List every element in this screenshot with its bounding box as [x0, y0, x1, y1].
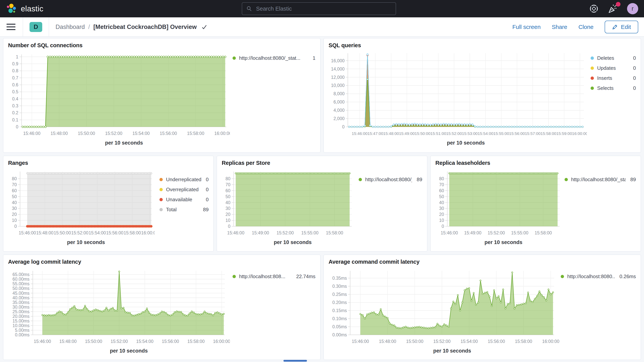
edit-button-label: Edit	[621, 24, 631, 30]
svg-text:15:52:00: 15:52:00	[71, 230, 88, 235]
svg-text:15:58:00: 15:58:00	[124, 230, 141, 235]
title-check-button[interactable]	[201, 24, 208, 30]
series-dot-icon	[590, 76, 594, 80]
svg-text:15:48:00: 15:48:00	[383, 131, 399, 136]
svg-text:16:00:00: 16:00:00	[141, 230, 155, 235]
svg-text:12,000: 12,000	[331, 75, 344, 80]
legend-item[interactable]: http://localhost:8080/_sta...89	[359, 176, 422, 182]
legend-label: http://localhost:8080...	[567, 274, 615, 280]
share-button[interactable]: Share	[552, 24, 567, 30]
svg-text:15:58:00: 15:58:00	[188, 339, 205, 344]
series-dot-icon	[160, 188, 163, 191]
legend-label: http://localhost:8080/_sta...	[571, 176, 626, 182]
svg-text:0: 0	[442, 224, 444, 229]
svg-text:10.00ms: 10.00ms	[12, 323, 30, 328]
panel-title: Average log commit latency	[8, 259, 316, 265]
legend-item[interactable]: http://localhost:808...22.74ms	[232, 274, 316, 280]
svg-text:15:50:00: 15:50:00	[54, 230, 71, 235]
series-dot-icon	[160, 198, 163, 201]
svg-text:15:53:00: 15:53:00	[462, 131, 478, 136]
pencil-icon	[612, 24, 618, 30]
svg-text:per 10 seconds: per 10 seconds	[67, 240, 105, 245]
legend-item[interactable]: Overreplicated0	[160, 186, 209, 192]
series-dot-icon	[160, 178, 163, 181]
svg-text:50.00ms: 50.00ms	[12, 286, 30, 291]
breadcrumb-dashboard-link[interactable]: Dashboard	[56, 24, 85, 30]
svg-text:0: 0	[228, 224, 230, 229]
edit-button[interactable]: Edit	[605, 21, 638, 33]
horizontal-scrollbar-thumb[interactable]	[284, 360, 307, 362]
panel-sql-queries: SQL queries 02,0004,0006,0008,00010,0001…	[324, 38, 641, 153]
breadcrumb: Dashboard / [Metricbeat CockroachDB] Ove…	[56, 24, 208, 30]
legend-value: 89	[198, 207, 209, 212]
badge-letter: D	[34, 23, 38, 30]
panel-title: Ranges	[8, 160, 209, 166]
chart-legend: Deletes0Updates0Inserts0Selects0	[590, 51, 636, 91]
svg-text:15:52:00: 15:52:00	[105, 131, 122, 136]
svg-text:0.4: 0.4	[12, 96, 18, 102]
svg-text:per 10 seconds: per 10 seconds	[433, 348, 471, 354]
svg-text:per 10 seconds: per 10 seconds	[274, 240, 312, 245]
chart-legend: http://localhost:8080/_stat...1	[232, 51, 316, 61]
svg-text:15:52:00: 15:52:00	[110, 339, 128, 344]
legend-item[interactable]: Inserts0	[590, 75, 636, 81]
chart-average-command-commit-latency: 0.00ms0.05ms0.10ms0.15ms0.20ms0.25ms0.30…	[328, 268, 560, 355]
legend-item[interactable]: Selects0	[590, 85, 636, 91]
panel-average-command-commit-latency: Average command commit latency 0.00ms0.0…	[324, 255, 641, 360]
legend-item[interactable]: http://localhost:8080...0.26ms	[561, 274, 636, 280]
svg-text:15:50:00: 15:50:00	[85, 339, 102, 344]
life-ring-icon	[589, 4, 599, 14]
svg-text:0.7: 0.7	[12, 75, 18, 80]
search-input[interactable]	[256, 6, 392, 12]
legend-item[interactable]: Unavailable0	[160, 196, 209, 202]
series-dot-icon	[232, 56, 236, 60]
svg-text:15:46:00: 15:46:00	[440, 230, 458, 235]
svg-text:0.00ms: 0.00ms	[332, 332, 347, 337]
svg-text:0.2: 0.2	[12, 110, 18, 115]
svg-text:15:54:00: 15:54:00	[89, 230, 106, 235]
legend-label: Inserts	[597, 75, 612, 81]
menu-button[interactable]	[6, 22, 16, 31]
svg-text:60.00ms: 60.00ms	[12, 276, 30, 282]
svg-text:0.15ms: 0.15ms	[332, 308, 347, 313]
legend-item[interactable]: Underreplicated0	[160, 176, 209, 182]
svg-text:15:56:00: 15:56:00	[162, 339, 179, 344]
dashboard-app-badge[interactable]: D	[30, 22, 42, 32]
global-search[interactable]	[242, 2, 396, 15]
legend-item[interactable]: http://localhost:8080/_stat...1	[232, 55, 316, 61]
chart-number-of-sql-connections: 00.10.20.30.40.50.60.70.80.9115:46:0015:…	[8, 51, 230, 147]
svg-text:15:58:00: 15:58:00	[187, 131, 204, 136]
svg-text:25.00ms: 25.00ms	[12, 309, 30, 314]
legend-label: http://localhost:8080/_stat...	[239, 55, 300, 61]
svg-text:0.35ms: 0.35ms	[332, 276, 347, 281]
svg-text:0.10ms: 0.10ms	[332, 316, 347, 321]
series-dot-icon	[561, 275, 564, 278]
chart-legend: http://localhost:8080/_sta...89	[564, 169, 636, 182]
full-screen-button[interactable]: Full screen	[512, 24, 541, 30]
user-avatar[interactable]: r	[627, 3, 638, 14]
legend-item[interactable]: Updates0	[590, 65, 636, 71]
svg-text:40.00ms: 40.00ms	[12, 295, 30, 300]
elastic-logo[interactable]: elastic	[6, 3, 44, 14]
legend-item[interactable]: http://localhost:8080/_sta...89	[564, 176, 636, 182]
svg-text:10: 10	[439, 218, 444, 223]
svg-text:50: 50	[12, 194, 17, 199]
svg-text:15:52:00: 15:52:00	[488, 230, 505, 235]
panel-number-of-sql-connections: Number of SQL connections 00.10.20.30.40…	[3, 38, 320, 153]
panel-ranges: Ranges 0102030405060708015:46:0015:48:00…	[3, 156, 214, 252]
svg-text:14,000: 14,000	[331, 66, 344, 72]
svg-text:16:00:00: 16:00:00	[572, 131, 587, 136]
svg-text:15.00ms: 15.00ms	[12, 318, 30, 324]
svg-text:16:00:00: 16:00:00	[213, 339, 230, 344]
newsfeed-button[interactable]	[608, 4, 618, 14]
clone-button[interactable]: Clone	[578, 24, 594, 30]
svg-text:15:48:00: 15:48:00	[50, 131, 68, 136]
svg-text:15:56:00: 15:56:00	[509, 131, 525, 136]
legend-item[interactable]: Total89	[160, 207, 209, 212]
help-button[interactable]	[589, 4, 599, 14]
chart-svg: 00.10.20.30.40.50.60.70.80.9115:46:0015:…	[8, 51, 230, 146]
svg-text:30.00ms: 30.00ms	[12, 304, 30, 310]
svg-text:0.05ms: 0.05ms	[332, 324, 347, 329]
panel-title: Number of SQL connections	[8, 42, 316, 48]
legend-item[interactable]: Deletes0	[590, 55, 636, 61]
